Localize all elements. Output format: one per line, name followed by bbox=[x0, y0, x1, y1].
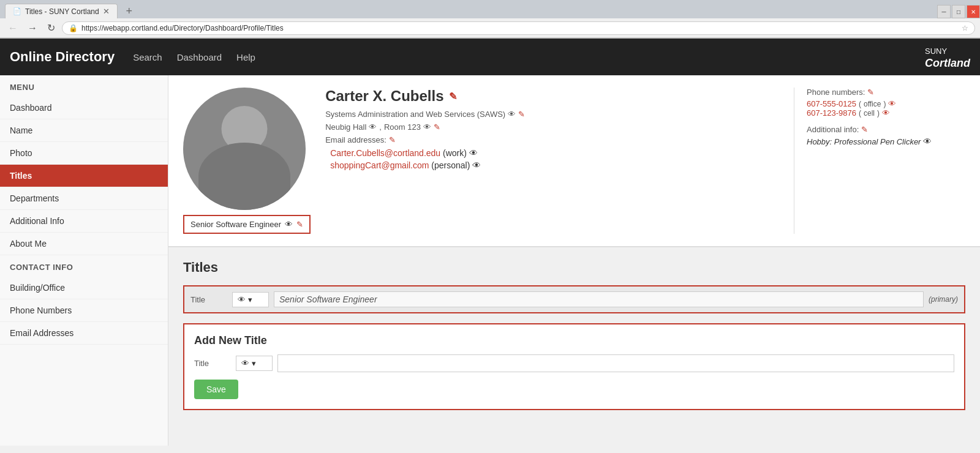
window-controls: ─ □ ✕ bbox=[937, 5, 980, 18]
addinfo-edit-icon[interactable]: ✎ bbox=[861, 125, 868, 134]
nav-dashboard[interactable]: Dashboard bbox=[177, 52, 222, 62]
department-detail: Systems Administration and Web Services … bbox=[325, 110, 779, 119]
titles-section: Titles Title 👁 ▾ Senior Software Enginee… bbox=[168, 247, 980, 422]
avatar bbox=[183, 88, 306, 210]
sidebar: MENU Dashboard Name Photo Titles Departm… bbox=[0, 75, 168, 446]
existing-title-label: Title bbox=[190, 295, 227, 304]
reload-button[interactable]: ↻ bbox=[44, 21, 58, 35]
url-text: https://webapp.cortland.edu/Directory/Da… bbox=[81, 24, 958, 32]
sidebar-item-email-addresses[interactable]: Email Addresses bbox=[0, 322, 168, 345]
eye-icon: 👁 bbox=[238, 295, 246, 304]
profile-name: Carter X. Cubells ✎ bbox=[325, 88, 779, 105]
personal-email-eye-icon: 👁 bbox=[472, 160, 481, 170]
sidebar-item-phone-numbers[interactable]: Phone Numbers bbox=[0, 299, 168, 322]
office-phone-eye-icon: 👁 bbox=[888, 99, 896, 108]
additional-info-label: Additional info: ✎ bbox=[807, 125, 965, 134]
phone-edit-icon[interactable]: ✎ bbox=[867, 88, 874, 97]
loc-eye-icon: 👁 bbox=[369, 122, 377, 132]
brand-title: Online Directory bbox=[10, 49, 115, 65]
chevron-down-icon: ▾ bbox=[252, 359, 256, 368]
room-edit-icon[interactable]: ✎ bbox=[434, 122, 440, 132]
minimize-button[interactable]: ─ bbox=[937, 5, 951, 18]
avatar-section: Senior Software Engineer 👁 ✎ bbox=[183, 88, 311, 234]
sidebar-item-about-me[interactable]: About Me bbox=[0, 233, 168, 255]
cell-phone-eye-icon: 👁 bbox=[882, 108, 890, 118]
tab-close-button[interactable]: ✕ bbox=[103, 7, 110, 16]
new-tab-button[interactable]: + bbox=[120, 4, 138, 18]
profile-card: Senior Software Engineer 👁 ✎ Carter X. C… bbox=[168, 75, 980, 247]
sidebar-item-photo[interactable]: Photo bbox=[0, 142, 168, 165]
new-title-label: Title bbox=[194, 359, 231, 368]
profile-right: Phone numbers: ✎ 607-555-0125 (office) 👁… bbox=[794, 88, 965, 234]
existing-visibility-dropdown[interactable]: 👁 ▾ bbox=[232, 292, 269, 307]
titles-heading: Titles bbox=[183, 260, 965, 275]
email-edit-icon[interactable]: ✎ bbox=[389, 135, 396, 144]
forward-button[interactable]: → bbox=[24, 21, 40, 35]
new-title-input[interactable] bbox=[277, 354, 954, 372]
add-new-heading: Add New Title bbox=[194, 334, 954, 347]
title-badge: Senior Software Engineer 👁 ✎ bbox=[183, 215, 311, 234]
maximize-button[interactable]: □ bbox=[952, 5, 965, 18]
main-layout: MENU Dashboard Name Photo Titles Departm… bbox=[0, 75, 980, 446]
contact-header: CONTACT INFO bbox=[0, 255, 168, 277]
location-detail: Neubig Hall 👁 , Room 123 👁 ✎ bbox=[325, 122, 779, 132]
sidebar-item-titles[interactable]: Titles bbox=[0, 165, 168, 187]
tab-title: Titles - SUNY Cortland bbox=[25, 7, 99, 16]
edit-icon[interactable]: ✎ bbox=[296, 220, 303, 229]
close-button[interactable]: ✕ bbox=[967, 5, 980, 18]
new-visibility-dropdown[interactable]: 👁 ▾ bbox=[236, 356, 273, 371]
new-title-form-row: Title 👁 ▾ bbox=[194, 354, 954, 372]
phone-cell: 607-123-9876 (cell) 👁 bbox=[807, 108, 965, 118]
content-area: Senior Software Engineer 👁 ✎ Carter X. C… bbox=[168, 75, 980, 446]
app-container: Online Directory Search Dashboard Help S… bbox=[0, 39, 980, 446]
add-new-title-box: Add New Title Title 👁 ▾ Save bbox=[183, 323, 965, 410]
nav-search[interactable]: Search bbox=[133, 52, 162, 62]
bookmark-icon[interactable]: ☆ bbox=[962, 24, 968, 32]
sidebar-item-additional-info[interactable]: Additional Info bbox=[0, 210, 168, 233]
sidebar-item-name[interactable]: Name bbox=[0, 119, 168, 142]
browser-chrome: 📄 Titles - SUNY Cortland ✕ + ─ □ ✕ ← → ↻… bbox=[0, 0, 980, 39]
chevron-down-icon: ▾ bbox=[248, 295, 252, 304]
lock-icon: 🔒 bbox=[69, 24, 78, 32]
email-personal: shoppingCart@gmail.com (personal) 👁 bbox=[325, 160, 779, 170]
cortland-logo: SUNY Cortland bbox=[925, 44, 970, 70]
room-eye-icon: 👁 bbox=[423, 122, 431, 132]
top-nav: Online Directory Search Dashboard Help S… bbox=[0, 39, 980, 75]
save-button[interactable]: Save bbox=[194, 380, 238, 399]
dept-edit-icon[interactable]: ✎ bbox=[518, 110, 525, 119]
email-label: Email addresses: ✎ bbox=[325, 135, 779, 144]
hobby-eye-icon: 👁 bbox=[923, 137, 932, 146]
primary-badge: (primary) bbox=[929, 295, 958, 304]
sidebar-item-dashboard[interactable]: Dashboard bbox=[0, 97, 168, 119]
work-email-eye-icon: 👁 bbox=[469, 148, 478, 158]
avatar-body bbox=[198, 143, 290, 210]
profile-info: Carter X. Cubells ✎ Systems Administrati… bbox=[325, 88, 779, 234]
tab-icon: 📄 bbox=[13, 7, 21, 15]
eye-icon: 👁 bbox=[241, 359, 249, 368]
active-tab[interactable]: 📄 Titles - SUNY Cortland ✕ bbox=[5, 4, 118, 18]
email-work: Carter.Cubells@cortland.edu (work) 👁 bbox=[325, 148, 779, 158]
nav-bar: ← → ↻ 🔒 https://webapp.cortland.edu/Dire… bbox=[0, 18, 980, 38]
phone-office: 607-555-0125 (office) 👁 bbox=[807, 99, 965, 108]
eye-icon: 👁 bbox=[285, 220, 293, 229]
phone-label: Phone numbers: ✎ bbox=[807, 88, 965, 97]
sidebar-item-departments[interactable]: Departments bbox=[0, 187, 168, 210]
nav-help[interactable]: Help bbox=[236, 52, 255, 62]
existing-title-value: Senior Software Engineer bbox=[274, 291, 924, 307]
dept-eye-icon: 👁 bbox=[508, 110, 516, 119]
menu-header: MENU bbox=[0, 75, 168, 97]
hobby-line: Hobby: Professional Pen Clicker 👁 bbox=[807, 137, 965, 146]
tab-bar: 📄 Titles - SUNY Cortland ✕ + ─ □ ✕ bbox=[0, 0, 980, 18]
nav-links: Search Dashboard Help bbox=[133, 52, 255, 62]
address-bar[interactable]: 🔒 https://webapp.cortland.edu/Directory/… bbox=[62, 21, 975, 35]
sidebar-item-building[interactable]: Building/Office bbox=[0, 277, 168, 299]
back-button[interactable]: ← bbox=[5, 21, 21, 35]
name-edit-icon[interactable]: ✎ bbox=[449, 91, 457, 102]
existing-title-row: Title 👁 ▾ Senior Software Engineer (prim… bbox=[183, 285, 965, 313]
title-badge-text: Senior Software Engineer bbox=[190, 220, 281, 229]
